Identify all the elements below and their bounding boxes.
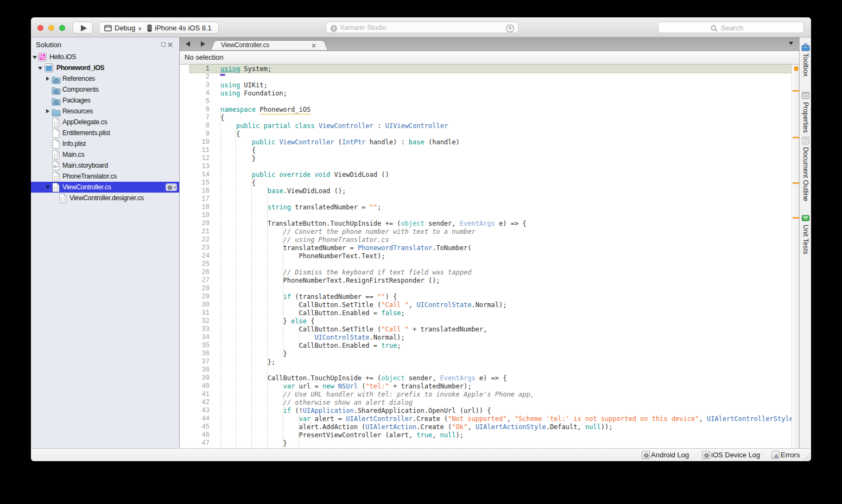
svg-text:{}: {}: [60, 197, 65, 201]
svg-text:{}: {}: [53, 175, 58, 180]
svg-text:X: X: [332, 25, 335, 31]
svg-text:{}: {}: [53, 121, 58, 125]
svg-text:{}: {}: [53, 154, 58, 158]
svg-text:{}: {}: [53, 186, 58, 190]
